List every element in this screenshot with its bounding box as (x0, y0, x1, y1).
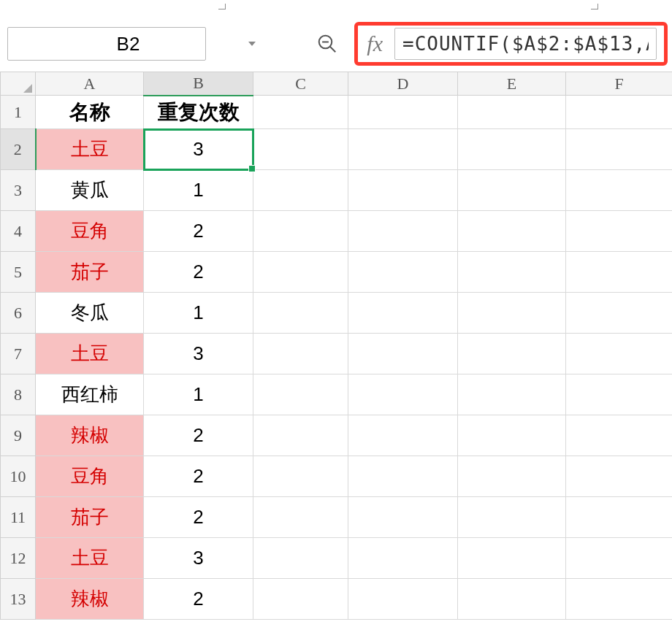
cell-A3[interactable]: 黄瓜 (36, 170, 144, 211)
cell-B12[interactable]: 3 (144, 538, 253, 579)
cell-A1[interactable]: 名称 (36, 96, 144, 129)
cell[interactable] (348, 497, 458, 538)
cell-B11[interactable]: 2 (144, 497, 253, 538)
cell[interactable] (458, 129, 566, 170)
row-header[interactable]: 7 (1, 334, 36, 374)
column-header-D[interactable]: D (348, 72, 458, 96)
row-header[interactable]: 6 (1, 293, 36, 334)
cell[interactable] (458, 456, 566, 497)
cell[interactable] (253, 456, 348, 497)
cell-B3[interactable]: 1 (144, 170, 253, 211)
row-header[interactable]: 3 (1, 170, 36, 211)
cell[interactable] (566, 497, 673, 538)
cell[interactable] (253, 211, 348, 252)
cell[interactable] (458, 96, 566, 129)
cell[interactable] (458, 497, 566, 538)
cell-B5[interactable]: 2 (144, 252, 253, 293)
cell[interactable] (253, 293, 348, 334)
select-all-corner[interactable] (1, 72, 36, 96)
cell[interactable] (566, 415, 673, 456)
name-box-dropdown[interactable] (248, 28, 256, 60)
cell[interactable] (566, 129, 673, 170)
cell-A2[interactable]: 土豆 (36, 129, 144, 170)
cell[interactable] (348, 170, 458, 211)
cell[interactable] (348, 415, 458, 456)
cell[interactable] (348, 96, 458, 129)
cell-B2[interactable]: 3 (144, 129, 253, 170)
cell[interactable] (566, 456, 673, 497)
cell-A10[interactable]: 豆角 (36, 456, 144, 497)
cell[interactable] (253, 497, 348, 538)
cell[interactable] (458, 334, 566, 374)
row-header[interactable]: 11 (1, 497, 36, 538)
column-header-B[interactable]: B (144, 72, 253, 96)
cell-B1[interactable]: 重复次数 (144, 96, 253, 129)
row-header[interactable]: 8 (1, 374, 36, 415)
formula-input[interactable] (401, 32, 650, 55)
cell[interactable] (566, 211, 673, 252)
cell[interactable] (458, 170, 566, 211)
cell[interactable] (253, 579, 348, 620)
cell-B10[interactable]: 2 (144, 456, 253, 497)
column-header-F[interactable]: F (566, 72, 673, 96)
cell[interactable] (348, 538, 458, 579)
fx-label[interactable]: fx (362, 31, 387, 56)
name-box[interactable] (7, 27, 206, 61)
zoom-out-button[interactable] (310, 27, 344, 61)
cell[interactable] (348, 334, 458, 374)
cell-A5[interactable]: 茄子 (36, 252, 144, 293)
column-header-C[interactable]: C (253, 72, 348, 96)
cell[interactable] (458, 374, 566, 415)
row-header[interactable]: 5 (1, 252, 36, 293)
cell[interactable] (253, 538, 348, 579)
cell-A8[interactable]: 西红柿 (36, 374, 144, 415)
cell-B6[interactable]: 1 (144, 293, 253, 334)
cell[interactable] (566, 252, 673, 293)
cell-A12[interactable]: 土豆 (36, 538, 144, 579)
cell-B4[interactable]: 2 (144, 211, 253, 252)
cell-A4[interactable]: 豆角 (36, 211, 144, 252)
cell[interactable] (348, 456, 458, 497)
cell[interactable] (458, 252, 566, 293)
row-header[interactable]: 9 (1, 415, 36, 456)
cell[interactable] (253, 129, 348, 170)
row-header[interactable]: 12 (1, 538, 36, 579)
row-header[interactable]: 13 (1, 579, 36, 620)
row-header[interactable]: 1 (1, 96, 36, 129)
cell[interactable] (348, 293, 458, 334)
column-header-E[interactable]: E (458, 72, 566, 96)
cell[interactable] (566, 374, 673, 415)
cell[interactable] (458, 293, 566, 334)
cell-B8[interactable]: 1 (144, 374, 253, 415)
column-header-A[interactable]: A (36, 72, 144, 96)
row-header[interactable]: 2 (1, 129, 36, 170)
cell-A6[interactable]: 冬瓜 (36, 293, 144, 334)
cell[interactable] (253, 374, 348, 415)
cell[interactable] (253, 334, 348, 374)
cell-B9[interactable]: 2 (144, 415, 253, 456)
row-header[interactable]: 10 (1, 456, 36, 497)
cell[interactable] (348, 579, 458, 620)
cell[interactable] (566, 293, 673, 334)
cell-A13[interactable]: 辣椒 (36, 579, 144, 620)
cell[interactable] (566, 538, 673, 579)
row-header[interactable]: 4 (1, 211, 36, 252)
cell[interactable] (348, 252, 458, 293)
cell-A7[interactable]: 土豆 (36, 334, 144, 374)
cell[interactable] (566, 334, 673, 374)
cell-A9[interactable]: 辣椒 (36, 415, 144, 456)
cell[interactable] (348, 211, 458, 252)
cell[interactable] (253, 415, 348, 456)
cell[interactable] (566, 96, 673, 129)
cell[interactable] (458, 211, 566, 252)
cell[interactable] (348, 374, 458, 415)
cell[interactable] (566, 579, 673, 620)
cell[interactable] (253, 252, 348, 293)
cell[interactable] (253, 170, 348, 211)
spreadsheet-grid[interactable]: A B C D E F 1 名称 重复次数 2 土豆 3 3 黄瓜 1 4 豆角… (0, 72, 672, 620)
cell[interactable] (348, 129, 458, 170)
cell-A11[interactable]: 茄子 (36, 497, 144, 538)
cell[interactable] (458, 415, 566, 456)
cell[interactable] (458, 579, 566, 620)
name-box-input[interactable] (8, 32, 248, 56)
